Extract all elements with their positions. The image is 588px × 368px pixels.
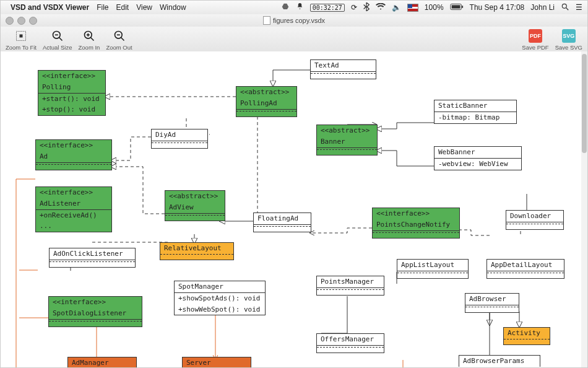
method: ...: [36, 221, 111, 232]
window-controls[interactable]: [6, 17, 37, 25]
method: +stop(): void: [38, 104, 105, 115]
zoom-to-fit-label: Zoom To Fit: [6, 44, 37, 51]
class-name: Polling: [38, 82, 105, 93]
class-diyad: DiyAd: [151, 129, 208, 149]
class-name: Activity: [504, 328, 550, 339]
app-name[interactable]: VSD and VSDX Viewer: [11, 3, 89, 12]
battery-icon[interactable]: [450, 3, 464, 12]
class-name: TextAd: [311, 60, 376, 71]
class-name: AdView: [165, 202, 225, 213]
user-name[interactable]: John Li: [530, 3, 555, 12]
class-offersmanager: OffersManager: [316, 333, 384, 353]
class-floatingad: FloatingAd: [253, 212, 311, 232]
stereotype: <<abstract>>: [165, 191, 225, 202]
zoom-out-label: Zoom Out: [106, 44, 132, 51]
class-name: AppDetailLayout: [487, 260, 564, 271]
class-name: PointsChangeNotify: [373, 219, 459, 230]
class-name: Downloader: [506, 211, 563, 222]
gdrive-icon[interactable]: [281, 2, 290, 13]
actual-size-label: Actual Size: [43, 44, 72, 51]
bell-icon[interactable]: [296, 2, 304, 12]
svg-icon: SVG: [562, 29, 576, 43]
class-pointsmanager: PointsManager: [316, 276, 384, 296]
method: +showWebSpot(): void: [175, 304, 265, 315]
svg-rect-1: [462, 6, 463, 8]
stereotype: <<interface>>: [36, 187, 111, 198]
wifi-icon[interactable]: [376, 3, 386, 12]
class-spotdialoglistener: <<interface>> SpotDialogListener: [48, 296, 142, 327]
field: -webview: WebView: [435, 159, 521, 170]
menu-file[interactable]: File: [97, 3, 108, 12]
minimize-icon[interactable]: [17, 17, 25, 25]
class-ad: <<interface>> Ad: [35, 139, 112, 170]
save-svg-button[interactable]: SVG Save SVG: [555, 28, 582, 51]
document-filename: figures copy.vsdx: [273, 17, 325, 24]
zoom-in-label: Zoom In: [79, 44, 100, 51]
menubar-right: 00:32:27 ⟳ 🔈 100% Thu Sep 4 17:08 John L…: [281, 2, 582, 13]
class-adbrowserparams: AdBrowserParams: [459, 355, 540, 367]
stereotype: <<abstract>>: [236, 87, 296, 98]
method: +onReceiveAd(): [36, 210, 111, 221]
class-name: AdListener: [36, 198, 111, 209]
stereotype: <<interface>>: [373, 208, 459, 219]
svg-point-3: [562, 4, 566, 8]
class-spotmanager: SpotManager +showSpotAds(): void +showWe…: [174, 281, 266, 315]
bluetooth-icon[interactable]: [363, 2, 370, 13]
class-name: FloatingAd: [254, 213, 311, 224]
save-pdf-label: Save PDF: [522, 44, 548, 51]
macos-menubar: VSD and VSDX Viewer File Edit View Windo…: [1, 1, 587, 15]
stereotype: <<interface>>: [49, 297, 142, 308]
class-name: AdBrowserParams: [459, 356, 540, 367]
method: +start(): void: [38, 94, 105, 105]
zoom-in-button[interactable]: Zoom In: [79, 28, 100, 51]
battery-percent[interactable]: 100%: [425, 3, 444, 12]
class-server: Server: [182, 357, 251, 367]
window-titlebar: figures copy.vsdx: [1, 14, 587, 27]
sync-icon[interactable]: ⟳: [351, 3, 357, 12]
class-polling: <<interface>> Polling +start(): void +st…: [38, 70, 106, 116]
save-pdf-button[interactable]: PDF Save PDF: [522, 28, 548, 51]
class-adview: <<abstract>> AdView: [165, 190, 225, 221]
class-name: DiyAd: [152, 129, 207, 141]
zoom-in-icon: [82, 29, 96, 43]
class-pollingad: <<abstract>> PollingAd: [236, 86, 297, 117]
date-time[interactable]: Thu Sep 4 17:08: [470, 3, 525, 12]
pdf-icon: PDF: [529, 29, 542, 43]
class-name: AppListLayout: [397, 260, 468, 271]
diagram-canvas[interactable]: <<interface>> Polling +start(): void +st…: [1, 51, 581, 367]
class-name: Ad: [36, 151, 111, 162]
zoom-out-button[interactable]: Zoom Out: [106, 28, 132, 51]
spotlight-icon[interactable]: [561, 2, 569, 13]
class-name: AdManager: [68, 357, 136, 367]
scrollbar-thumb[interactable]: [582, 54, 587, 153]
menu-view[interactable]: View: [136, 3, 152, 12]
class-name: Server: [183, 357, 251, 367]
file-icon: [263, 16, 270, 25]
actual-size-button[interactable]: Actual Size: [43, 28, 72, 51]
class-name: AdBrowser: [465, 294, 519, 305]
zoom-to-fit-button[interactable]: Zoom To Fit: [6, 28, 37, 51]
class-textad: TextAd: [310, 59, 376, 79]
zoom-fit-icon: [14, 29, 28, 43]
toolbar: Zoom To Fit Actual Size Zoom In Zoom Out…: [1, 27, 587, 53]
actual-size-icon: [51, 29, 64, 43]
class-appdetaillayout: AppDetailLayout: [486, 259, 564, 279]
save-svg-label: Save SVG: [555, 44, 582, 51]
class-admanager: AdManager: [67, 357, 137, 367]
menu-window[interactable]: Window: [160, 3, 186, 12]
session-clock[interactable]: 00:32:27: [310, 4, 345, 12]
close-icon[interactable]: [6, 17, 14, 25]
class-name: WebBanner: [435, 147, 521, 158]
input-flag-icon[interactable]: [407, 4, 418, 12]
zoom-icon[interactable]: [29, 17, 37, 25]
svg-rect-6: [19, 35, 22, 38]
notifications-icon[interactable]: ☰: [576, 3, 582, 12]
volume-icon[interactable]: 🔈: [392, 3, 401, 12]
vertical-scrollbar[interactable]: [581, 51, 587, 367]
class-name: OffersManager: [317, 334, 384, 345]
class-pointschangenotify: <<interface>> PointsChangeNotify: [372, 208, 460, 239]
app-window: VSD and VSDX Viewer File Edit View Windo…: [0, 0, 588, 368]
menu-edit[interactable]: Edit: [116, 3, 129, 12]
stereotype: <<abstract>>: [317, 125, 377, 136]
class-webbanner: WebBanner -webview: WebView: [434, 146, 522, 170]
